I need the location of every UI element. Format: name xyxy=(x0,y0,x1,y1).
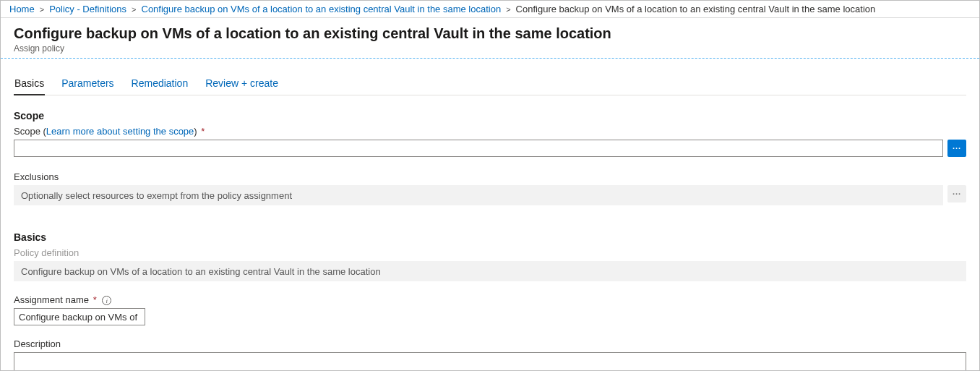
tab-basics[interactable]: Basics xyxy=(14,77,45,95)
basics-heading: Basics xyxy=(14,231,966,243)
scope-learn-more-link[interactable]: Learn more about setting the scope xyxy=(46,126,194,137)
tab-bar: Basics Parameters Remediation Review + c… xyxy=(14,77,966,95)
scope-input[interactable] xyxy=(14,140,943,157)
scope-picker-button[interactable]: ··· xyxy=(947,140,966,157)
page-subtitle: Assign policy xyxy=(14,43,979,54)
assignment-name-input[interactable] xyxy=(14,308,145,325)
required-indicator: * xyxy=(201,126,205,137)
tab-parameters[interactable]: Parameters xyxy=(61,77,114,95)
chevron-right-icon: > xyxy=(506,5,510,14)
page-title: Configure backup on VMs of a location to… xyxy=(14,25,979,42)
breadcrumb-current: Configure backup on VMs of a location to… xyxy=(516,4,876,14)
chevron-right-icon: > xyxy=(132,5,136,14)
breadcrumb: Home > Policy - Definitions > Configure … xyxy=(1,1,979,18)
page-header: Configure backup on VMs of a location to… xyxy=(1,18,979,59)
breadcrumb-definition[interactable]: Configure backup on VMs of a location to… xyxy=(142,4,502,14)
exclusions-label: Exclusions xyxy=(14,171,966,182)
tab-remediation[interactable]: Remediation xyxy=(131,77,189,95)
scope-heading: Scope xyxy=(14,110,966,121)
assignment-name-label: Assignment name * i xyxy=(14,294,966,305)
scope-section: Scope Scope (Learn more about setting th… xyxy=(14,110,966,157)
breadcrumb-policy-definitions[interactable]: Policy - Definitions xyxy=(49,4,126,14)
required-indicator: * xyxy=(93,294,97,305)
tab-review-create[interactable]: Review + create xyxy=(205,77,279,95)
description-input[interactable] xyxy=(14,352,966,370)
exclusions-picker-button[interactable]: ··· xyxy=(947,185,966,202)
exclusions-input[interactable]: Optionally select resources to exempt fr… xyxy=(14,185,943,205)
scope-label: Scope (Learn more about setting the scop… xyxy=(14,126,966,137)
exclusions-section: Exclusions Optionally select resources t… xyxy=(14,171,966,205)
info-icon[interactable]: i xyxy=(102,296,111,305)
basics-section: Basics Policy definition Configure backu… xyxy=(14,231,966,370)
description-label: Description xyxy=(14,338,966,349)
policy-definition-value: Configure backup on VMs of a location to… xyxy=(14,261,966,281)
breadcrumb-home[interactable]: Home xyxy=(9,4,35,14)
chevron-right-icon: > xyxy=(40,5,44,14)
policy-definition-label: Policy definition xyxy=(14,247,966,258)
